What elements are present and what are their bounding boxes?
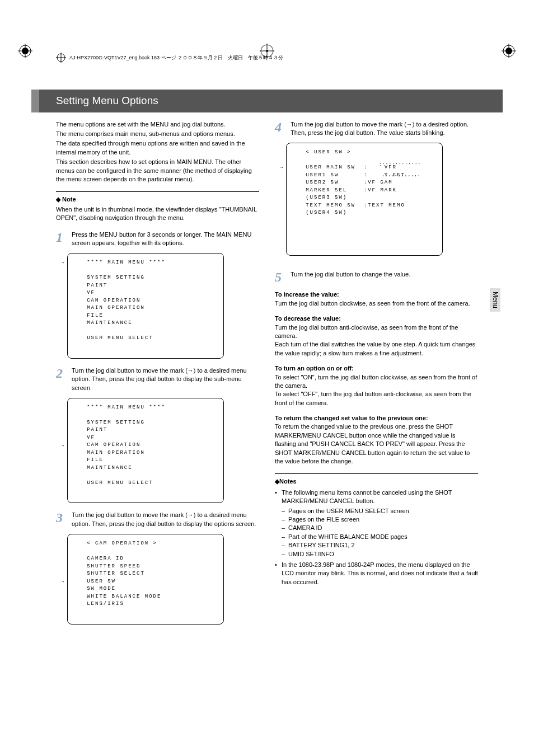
step-text: Press the MENU button for 3 seconds or l… (72, 231, 259, 248)
right-column: 4 Turn the jog dial button to move the m… (275, 120, 478, 627)
screen-text: **** MAIN MENU **** SYSTEM SETTING PAINT… (74, 260, 166, 341)
sub-heading: To return the changed set value to the p… (275, 414, 478, 422)
sub-heading: To turn an option on or off: (275, 364, 478, 373)
sub-heading: To decrease the value: (275, 314, 478, 323)
step-number: 1 (56, 231, 66, 248)
page-body: Setting Menu Options The menu options ar… (0, 0, 534, 660)
step-number: 5 (275, 270, 285, 284)
registration-mark-icon (56, 53, 66, 63)
screen-text: < CAM OPERATION > CAMERA ID SHUTTER SPEE… (74, 541, 161, 607)
arrow-right-icon: → (60, 442, 65, 450)
intro-line: This section describes how to set option… (56, 158, 259, 184)
step-text: Turn the jog dial button to move the mar… (72, 511, 259, 528)
sub-body: Turn the jog dial button anti-clockwise,… (275, 323, 478, 358)
notes-item-text: In the 1080-23.98P and 1080-24P modes, t… (282, 561, 478, 585)
step-3: 3 Turn the jog dial button to move the m… (56, 511, 259, 528)
section-title: Setting Menu Options (31, 90, 503, 112)
notes-item: In the 1080-23.98P and 1080-24P modes, t… (275, 561, 478, 586)
intro-line: The menu options are set with the MENU a… (56, 120, 259, 129)
notes-subitem: BATTERY SETTING1, 2 (282, 541, 478, 550)
note-body: When the unit is in thumbnail mode, the … (56, 205, 259, 223)
notes-item-text: The following menu items cannot be cance… (282, 489, 452, 504)
screen-text: < USER SW > USER MAIN SW : VFR USER1 SW … (293, 149, 405, 215)
notes-subitem: Part of the WHITE BALANCE MODE pages (282, 533, 478, 541)
side-tab: Menu (490, 288, 500, 312)
note-heading: ◆ Note (56, 191, 259, 204)
sub-body: To return the changed value to the previ… (275, 422, 478, 466)
menu-screen: → **** MAIN MENU **** SYSTEM SETTING PAI… (67, 398, 224, 504)
arrow-right-icon: → (279, 164, 284, 172)
sub-body: To select "ON", turn the jog dial button… (275, 373, 478, 408)
menu-screen: → < USER SW > USER MAIN SW : VFR USER1 S… (286, 143, 443, 256)
blink-highlight-bot: '''''''''''' (382, 173, 421, 180)
step-2: 2 Turn the jog dial button to move the m… (56, 367, 259, 392)
step-text: Turn the jog dial button to change the v… (291, 270, 478, 279)
step-number: 2 (56, 367, 66, 392)
step-4: 4 Turn the jog dial button to move the m… (275, 120, 478, 138)
intro-block: The menu options are set with the MENU a… (56, 120, 259, 184)
step-text: Turn the jog dial button to move the mar… (291, 120, 478, 138)
arrow-right-icon: → (60, 259, 65, 267)
step-number: 3 (56, 511, 66, 528)
notes-label: Notes (279, 478, 297, 485)
menu-screen: → **** MAIN MENU **** SYSTEM SETTING PAI… (67, 253, 224, 359)
notes-subitem: CAMERA ID (282, 524, 478, 532)
sub-heading: To increase the value: (275, 290, 478, 299)
page-header-runner: AJ-HPX2700G-VQT1V27_eng.book 163 ページ ２００… (56, 53, 478, 63)
sub-body: Turn the jog dial button clockwise, as s… (275, 299, 478, 308)
blink-highlight-top: :'''''''''''' (379, 161, 421, 168)
step-5: 5 Turn the jog dial button to change the… (275, 270, 478, 284)
arrow-right-icon: → (60, 578, 65, 586)
intro-line: The menu comprises main menu, sub-menus … (56, 130, 259, 138)
intro-line: The data specified through menu options … (56, 139, 259, 157)
header-runner-text: AJ-HPX2700G-VQT1V27_eng.book 163 ページ ２００… (69, 54, 283, 62)
notes-subitem: Pages on the FILE screen (282, 515, 478, 524)
notes-subitem: Pages on the USER MENU SELECT screen (282, 507, 478, 515)
note-label: Note (62, 196, 76, 203)
notes-list: The following menu items cannot be cance… (275, 489, 478, 586)
notes-heading: ◆Notes (275, 473, 478, 486)
step-number: 4 (275, 120, 285, 138)
menu-screen: → < CAM OPERATION > CAMERA ID SHUTTER SP… (67, 534, 224, 624)
notes-item: The following menu items cannot be cance… (275, 489, 478, 558)
step-1: 1 Press the MENU button for 3 seconds or… (56, 231, 259, 248)
screen-text: **** MAIN MENU **** SYSTEM SETTING PAINT… (74, 405, 166, 486)
left-column: The menu options are set with the MENU a… (56, 120, 259, 627)
notes-subitem: UMID SET/INFO (282, 550, 478, 558)
step-text: Turn the jog dial button to move the mar… (72, 367, 259, 392)
